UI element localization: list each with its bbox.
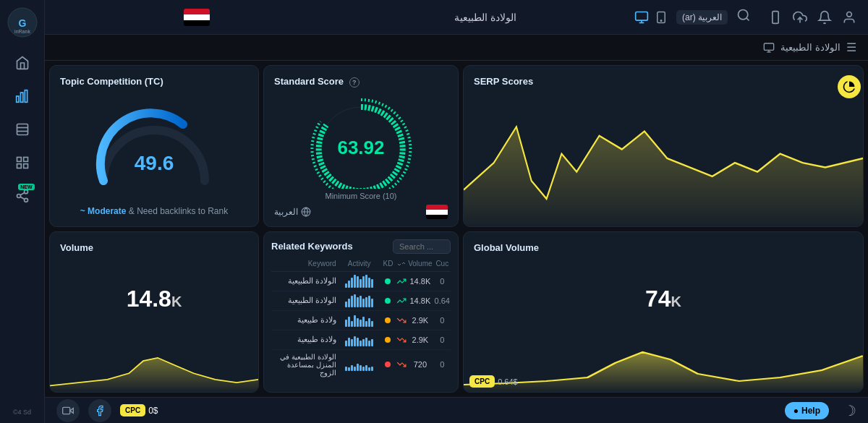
activity-bars <box>339 275 380 288</box>
bottom-cpc-badge: CPC <box>120 404 145 416</box>
svg-point-27 <box>847 12 852 17</box>
kd-indicator <box>380 362 396 367</box>
kw-cuc: 0 <box>434 277 451 286</box>
pie-chart-button[interactable] <box>838 75 861 98</box>
trend-indicator <box>396 359 407 369</box>
activity-bars <box>339 314 380 327</box>
egypt-flag <box>184 9 210 26</box>
kw-volume: 14.8K <box>407 296 433 305</box>
table-row: ولادة طبيعية 2.9K 0 <box>271 330 451 350</box>
kw-volume: 14.8K <box>407 277 433 286</box>
svg-point-13 <box>24 190 27 194</box>
svg-text:inRank: inRank <box>14 29 30 34</box>
keywords-table-header: Keyword Activity KD Volume Cuc <box>271 258 451 272</box>
upload-icon[interactable] <box>793 10 807 25</box>
gv-cpc-container: CPC 0.64$ <box>469 375 518 388</box>
video-icon-btn[interactable] <box>56 399 80 422</box>
svg-point-15 <box>24 198 27 202</box>
serp-chart-svg <box>464 82 863 226</box>
keywords-search-input[interactable] <box>393 239 451 254</box>
svg-rect-37 <box>63 407 70 414</box>
topic-competition-card: Topic Competition (TC) 49.6 <box>49 65 259 227</box>
sidebar-item-grid[interactable] <box>9 149 36 176</box>
col-kd: KD <box>380 260 396 270</box>
kw-volume: 2.9K <box>407 336 433 344</box>
svg-rect-25 <box>773 11 778 23</box>
user-icon[interactable] <box>842 10 856 25</box>
help-button[interactable]: ● Help <box>785 402 829 419</box>
sidebar: G inRank NEW ©4 Sd <box>0 0 45 423</box>
tc-backlinks: & Need backlinks to Rank <box>129 206 228 216</box>
svg-rect-6 <box>17 124 27 135</box>
svg-text:63.92: 63.92 <box>337 137 384 158</box>
serp-scores-card: SERP Scores <box>463 65 864 227</box>
svg-rect-18 <box>636 12 648 20</box>
sidebar-item-home[interactable] <box>9 49 36 77</box>
facebook-icon-btn[interactable] <box>88 399 111 422</box>
svg-rect-28 <box>765 43 774 50</box>
trend-indicator <box>396 296 407 306</box>
nav-right-icons <box>768 10 856 25</box>
kw-text: ولادة طبيعية <box>271 315 339 325</box>
svg-point-23 <box>739 10 748 20</box>
ss-card-title: Standard Score ? <box>274 76 448 87</box>
bottom-bar: CPC 0$ ● Help ☽ <box>45 397 868 423</box>
kw-text: الولادة الطبيعية في المنزل بمساعدة الزوج <box>271 353 339 377</box>
col-keyword: Keyword <box>271 260 339 270</box>
kw-cuc: 0 <box>434 360 451 369</box>
kw-cuc: 0 <box>434 336 451 344</box>
ss-footer: العربية <box>274 205 448 219</box>
table-row: الولادة الطبيعية 14.8K 0 <box>271 272 451 291</box>
logo[interactable]: G inRank <box>7 7 38 38</box>
ss-min-label: Minimum Score (10) <box>274 192 448 200</box>
info-icon[interactable]: ? <box>349 77 359 87</box>
bottom-cpc-value: 0$ <box>148 406 158 416</box>
new-badge: NEW <box>18 184 34 190</box>
tc-moderate: ~ Moderate <box>80 206 127 216</box>
col-trend <box>396 260 407 270</box>
svg-rect-9 <box>17 158 21 162</box>
flag-container <box>56 9 337 25</box>
pie-chart-icon <box>843 80 856 93</box>
svg-rect-12 <box>23 164 27 168</box>
svg-line-17 <box>20 192 25 195</box>
related-keywords-card: Related Keywords Keyword Activity KD Vol… <box>263 231 459 393</box>
breadcrumb-text: الولادة الطبيعية <box>780 42 841 53</box>
svg-rect-3 <box>16 96 18 102</box>
svg-rect-5 <box>25 90 27 103</box>
sidebar-item-share[interactable]: NEW <box>9 182 36 210</box>
search-icon[interactable] <box>736 8 751 26</box>
mobile-icon[interactable] <box>768 10 783 25</box>
sidebar-item-analytics[interactable] <box>9 82 36 110</box>
language-selector[interactable]: العربية (ar) <box>676 10 728 25</box>
cpc-value: 0.64$ <box>498 377 518 386</box>
menu-icon: ☰ <box>846 40 856 54</box>
svg-rect-10 <box>23 158 27 162</box>
global-volume-card: Global Volume 74K CPC 0.64$ <box>463 231 864 393</box>
svg-point-14 <box>17 195 20 198</box>
sidebar-item-layers[interactable] <box>9 116 36 143</box>
col-activity: Activity <box>339 260 380 270</box>
cpc-badge: CPC <box>469 375 495 388</box>
table-row: الولادة الطبيعية 14.8K 0.64 <box>271 291 451 311</box>
bell-icon[interactable] <box>817 10 832 25</box>
gv-value: 74K <box>645 286 681 312</box>
kw-volume: 720 <box>407 360 433 369</box>
kw-text: الولادة الطبيعية <box>271 276 339 286</box>
ss-gauge-container: 63.92 <box>274 95 448 189</box>
svg-line-24 <box>746 18 749 21</box>
volume-card: Volume 14.8K <box>49 231 259 393</box>
table-row: ولادة طبيعية 2.9K 0 <box>271 311 451 330</box>
gv-card-title: Global Volume <box>474 242 853 253</box>
svg-text:49.6: 49.6 <box>135 152 174 174</box>
dashboard-grid: Topic Competition (TC) 49.6 <box>45 61 868 397</box>
sidebar-bottom: ©4 Sd <box>13 409 31 416</box>
phone-icon[interactable] <box>655 11 668 24</box>
volume-card-title: Volume <box>60 242 248 253</box>
monitor-icon[interactable] <box>634 10 649 25</box>
ss-language: العربية <box>274 207 311 217</box>
cpc-bottom: CPC 0$ <box>120 404 158 416</box>
trend-indicator <box>396 276 407 286</box>
moon-icon[interactable]: ☽ <box>843 402 856 419</box>
kw-text: الولادة الطبيعية <box>271 296 339 305</box>
